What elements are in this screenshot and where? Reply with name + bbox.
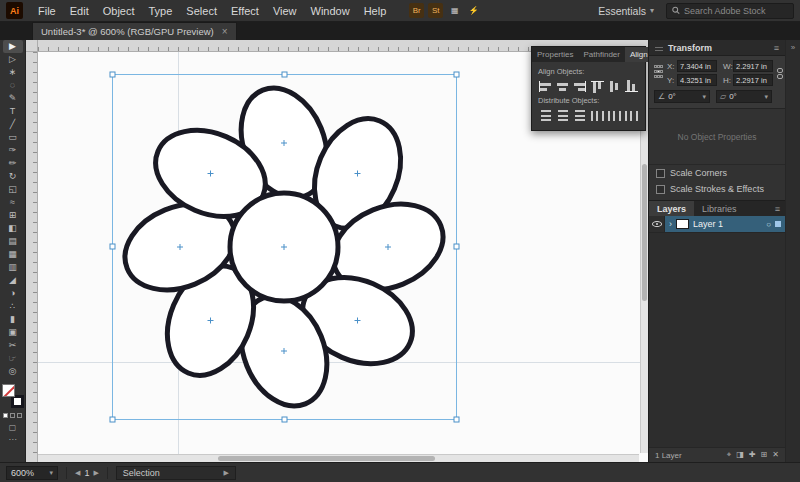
locate-object-icon[interactable]: ⌖: [727, 450, 732, 460]
x-input[interactable]: [677, 60, 717, 72]
shape-builder-tool[interactable]: ◧: [3, 222, 23, 235]
panel-menu-icon[interactable]: ≡: [770, 201, 785, 216]
arrange-documents-icon[interactable]: ▦: [447, 3, 462, 18]
gpu-performance-icon[interactable]: ⚡: [466, 3, 481, 18]
menu-file[interactable]: File: [31, 2, 63, 20]
blend-tool[interactable]: ◑: [3, 287, 23, 300]
none-button[interactable]: [17, 413, 22, 418]
shear-dropdown[interactable]: ▱ 0° ▾: [716, 90, 772, 103]
paintbrush-tool[interactable]: ✑: [3, 144, 23, 157]
transform-panel-header[interactable]: Transform ≡: [649, 40, 785, 56]
screen-mode-icon[interactable]: ⋯: [9, 435, 17, 444]
vertical-align-center-button[interactable]: [607, 79, 622, 94]
horizontal-scroll-thumb[interactable]: [218, 456, 434, 461]
mesh-tool[interactable]: ▦: [3, 248, 23, 261]
vertical-distribute-center-button[interactable]: [555, 108, 570, 123]
workspace-switcher[interactable]: Essentials ▾: [598, 5, 654, 17]
magic-wand-tool[interactable]: ∗: [3, 66, 23, 79]
horizontal-distribute-left-button[interactable]: [590, 108, 605, 123]
perspective-grid-tool[interactable]: ▤: [3, 235, 23, 248]
artboard-tool[interactable]: ▣: [3, 326, 23, 339]
symbol-sprayer-tool[interactable]: ∴: [3, 300, 23, 313]
reference-point-locator[interactable]: [654, 64, 663, 79]
scale-strokes-checkbox[interactable]: Scale Strokes & Effects: [649, 181, 785, 197]
visibility-toggle[interactable]: [649, 216, 665, 232]
horizontal-distribute-right-button[interactable]: [624, 108, 639, 123]
vertical-align-bottom-button[interactable]: [624, 79, 639, 94]
free-transform-tool[interactable]: ⊞: [3, 209, 23, 222]
vertical-scroll-thumb[interactable]: [642, 164, 647, 300]
lasso-tool[interactable]: ◌: [3, 79, 23, 92]
menu-help[interactable]: Help: [357, 2, 394, 20]
previous-artboard-icon[interactable]: ◀: [75, 469, 80, 477]
artboard-navigation[interactable]: ◀ 1 ▶: [75, 468, 99, 478]
rotate-tool[interactable]: ↻: [3, 170, 23, 183]
menu-select[interactable]: Select: [179, 2, 224, 20]
next-artboard-icon[interactable]: ▶: [93, 469, 98, 477]
constrain-proportions-icon[interactable]: [777, 60, 783, 86]
close-tab-icon[interactable]: ×: [222, 26, 228, 37]
horizontal-scrollbar[interactable]: [38, 454, 639, 462]
layer-target-icon[interactable]: ○: [766, 220, 771, 229]
slice-tool[interactable]: ✂: [3, 339, 23, 352]
menu-object[interactable]: Object: [96, 2, 142, 20]
draw-mode-icon[interactable]: ▢: [9, 423, 17, 432]
horizontal-align-center-button[interactable]: [555, 79, 570, 94]
horizontal-distribute-center-button[interactable]: [607, 108, 622, 123]
vertical-distribute-top-button[interactable]: [538, 108, 553, 123]
horizontal-align-left-button[interactable]: [538, 79, 553, 94]
color-button[interactable]: [3, 413, 8, 418]
layer-row[interactable]: › Layer 1 ○: [649, 216, 785, 233]
direct-selection-tool[interactable]: ▷: [3, 53, 23, 66]
zoom-level-dropdown[interactable]: 600% ▾: [6, 466, 58, 480]
panel-menu-icon[interactable]: ≡: [774, 43, 779, 53]
vertical-align-top-button[interactable]: [590, 79, 605, 94]
tab-layers[interactable]: Layers: [649, 201, 694, 216]
horizontal-align-right-button[interactable]: [572, 79, 587, 94]
pencil-tool[interactable]: ✏: [3, 157, 23, 170]
make-mask-icon[interactable]: ◨: [736, 450, 744, 460]
stock-icon[interactable]: St: [428, 3, 443, 18]
bridge-icon[interactable]: Br: [409, 3, 424, 18]
tab-libraries[interactable]: Libraries: [694, 201, 745, 216]
scale-corners-checkbox[interactable]: Scale Corners: [649, 165, 785, 181]
w-input[interactable]: [733, 60, 773, 72]
expand-layer-icon[interactable]: ›: [669, 219, 672, 229]
pen-tool[interactable]: ✎: [3, 92, 23, 105]
search-input[interactable]: [684, 6, 788, 16]
menu-view[interactable]: View: [266, 2, 304, 20]
vertical-distribute-bottom-button[interactable]: [572, 108, 587, 123]
width-tool[interactable]: ≈: [3, 196, 23, 209]
document-tab[interactable]: Untitled-3* @ 600% (RGB/GPU Preview) ×: [32, 22, 237, 40]
scale-tool[interactable]: ◱: [3, 183, 23, 196]
type-tool[interactable]: T: [3, 105, 23, 118]
layer-name[interactable]: Layer 1: [693, 219, 762, 229]
collapse-panels-icon[interactable]: »: [791, 43, 795, 462]
eyedropper-tool[interactable]: ◢: [3, 274, 23, 287]
h-input[interactable]: [733, 74, 773, 86]
color-mode-buttons[interactable]: [3, 413, 22, 418]
column-graph-tool[interactable]: ▮: [3, 313, 23, 326]
gradient-tool[interactable]: ▥: [3, 261, 23, 274]
line-segment-tool[interactable]: ╱: [3, 118, 23, 131]
search-box[interactable]: [666, 3, 794, 19]
zoom-tool[interactable]: ◎: [3, 365, 23, 378]
delete-layer-icon[interactable]: ✕: [772, 450, 779, 460]
selection-tool[interactable]: ▶: [3, 40, 23, 53]
layer-item[interactable]: › Layer 1 ○: [665, 216, 785, 232]
menu-window[interactable]: Window: [304, 2, 357, 20]
new-layer-icon[interactable]: ⊞: [761, 450, 768, 460]
new-sublayer-icon[interactable]: ✚: [749, 450, 756, 460]
rotate-dropdown[interactable]: ∠ 0° ▾: [654, 90, 710, 103]
y-input[interactable]: [677, 74, 717, 86]
fill-swatch[interactable]: [2, 384, 15, 397]
menu-effect[interactable]: Effect: [224, 2, 266, 20]
menu-type[interactable]: Type: [142, 2, 180, 20]
tab-pathfinder[interactable]: Pathfinder: [578, 47, 624, 62]
menu-edit[interactable]: Edit: [63, 2, 96, 20]
status-indicator-dropdown[interactable]: Selection ▶: [116, 466, 236, 480]
gradient-button[interactable]: [10, 413, 15, 418]
tab-properties[interactable]: Properties: [532, 47, 578, 62]
hand-tool[interactable]: ☞: [3, 352, 23, 365]
fill-stroke-swatches[interactable]: [2, 384, 24, 408]
